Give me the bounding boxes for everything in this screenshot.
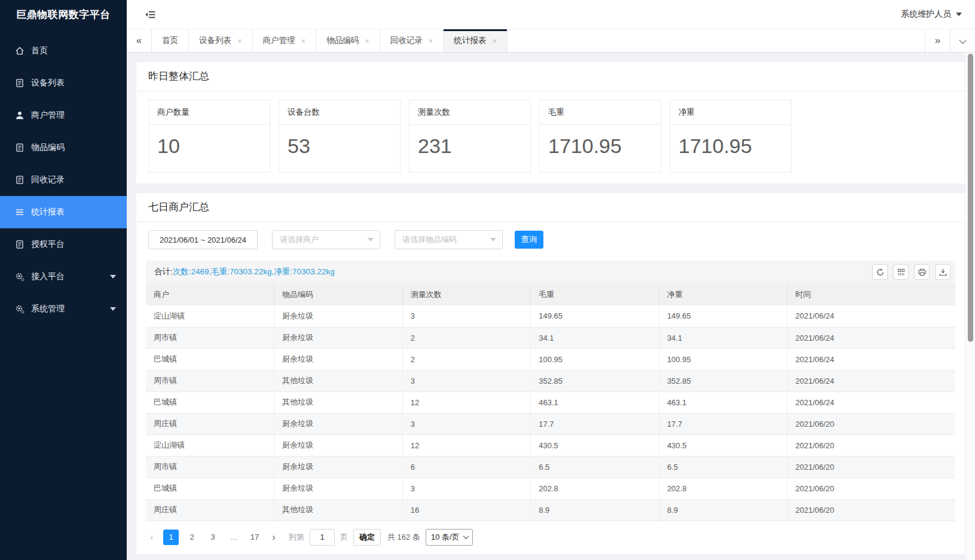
sidebar-item-access-platform[interactable]: 接入平台: [0, 261, 127, 293]
confirm-button[interactable]: 确定: [353, 529, 381, 546]
table-cell: 3: [402, 305, 531, 327]
date-range-value: 2021/06/01 ~ 2021/06/24: [160, 235, 246, 244]
table-cell: 34.1: [659, 327, 787, 348]
sidebar-collapse-button[interactable]: [143, 8, 157, 21]
sidebar-item-merchant-mgmt[interactable]: 商户管理: [0, 99, 127, 131]
vertical-scrollbar-thumb[interactable]: [968, 54, 973, 342]
table-cell: 100.95: [659, 348, 787, 370]
refresh-button[interactable]: [872, 264, 888, 280]
table-cell: 厨余垃圾: [274, 434, 403, 456]
document-icon: [14, 78, 25, 88]
table-cell: 淀山湖镇: [146, 305, 274, 327]
dropdown-arrow-icon: [490, 238, 496, 241]
tab-merchant-mgmt[interactable]: 商户管理×: [253, 29, 317, 52]
table-cell: 其他垃圾: [274, 370, 403, 391]
merchant-select[interactable]: 请选择商户: [272, 230, 380, 249]
page-numbers: 123...17: [163, 530, 262, 545]
table-row: 淀山湖镇厨余垃圾12430.5430.52021/06/20: [146, 434, 955, 456]
tab-recycle-records[interactable]: 回收记录×: [380, 29, 444, 52]
tabs-scroll-left-button[interactable]: «: [127, 29, 152, 52]
print-button[interactable]: [914, 264, 930, 280]
table-cell: 430.5: [659, 434, 787, 456]
tabs-menu-button[interactable]: [950, 29, 975, 52]
stat-value: 10: [149, 125, 270, 172]
table-cell: 6: [402, 456, 531, 478]
table-cell: 6.5: [659, 456, 787, 478]
table-cell: 12: [402, 434, 531, 456]
table-toolbar: [872, 264, 950, 280]
page-word: 页: [340, 532, 348, 543]
sidebar-item-device-list[interactable]: 设备列表: [0, 67, 127, 99]
export-button[interactable]: [935, 264, 950, 280]
chevron-down-icon: [463, 533, 469, 539]
sidebar-item-label: 接入平台: [31, 271, 65, 282]
main-area: 系统维护人员 « 首页设备列表×商户管理×物品编码×回收记录×统计报表× » 昨…: [127, 0, 975, 560]
close-icon[interactable]: ×: [429, 37, 433, 45]
table-cell: 352.85: [531, 370, 659, 391]
table-cell: 周庄镇: [146, 499, 274, 521]
tab-item-code[interactable]: 物品编码×: [316, 29, 380, 52]
page-size-select[interactable]: 10 条/页: [426, 529, 473, 546]
next-page-button[interactable]: ›: [268, 532, 280, 543]
table-cell: 3: [402, 413, 531, 434]
document-icon: [14, 240, 25, 250]
table-cell: 8.9: [531, 499, 659, 521]
user-dropdown[interactable]: 系统维护人员: [901, 9, 962, 20]
page-number-17[interactable]: 17: [247, 530, 262, 545]
table-cell: 2021/06/20: [787, 478, 955, 499]
goto-page-input[interactable]: [310, 529, 335, 546]
page-number-1[interactable]: 1: [163, 530, 179, 545]
close-icon[interactable]: ×: [492, 37, 497, 45]
sidebar-item-system-mgmt[interactable]: 系统管理: [0, 293, 127, 325]
table-cell: 厨余垃圾: [274, 327, 403, 348]
printer-icon: [918, 268, 927, 277]
chevron-down-icon: [956, 13, 962, 16]
tabs-container: 首页设备列表×商户管理×物品编码×回收记录×统计报表×: [152, 29, 925, 52]
table-cell: 周市镇: [146, 370, 274, 391]
column-header: 时间: [787, 283, 955, 305]
sidebar-item-home[interactable]: 首页: [0, 35, 127, 67]
tabs-scroll-right-button[interactable]: »: [925, 29, 950, 52]
table-cell: 149.65: [659, 305, 787, 327]
tab-report[interactable]: 统计报表×: [444, 29, 508, 52]
prev-page-button[interactable]: ‹: [146, 532, 158, 543]
sidebar-item-recycle-records[interactable]: 回收记录: [0, 164, 127, 196]
user-icon: [14, 111, 25, 121]
table-cell: 2: [402, 327, 531, 348]
top-header: 系统维护人员: [127, 0, 975, 29]
close-icon[interactable]: ×: [237, 37, 242, 45]
column-header: 毛重: [531, 283, 659, 305]
stat-value: 53: [279, 125, 400, 172]
search-button[interactable]: 查询: [515, 231, 543, 249]
tab-device-list[interactable]: 设备列表×: [189, 29, 253, 52]
column-header: 净重: [659, 283, 787, 305]
sidebar-item-report[interactable]: 统计报表: [0, 196, 127, 228]
close-icon[interactable]: ×: [365, 37, 369, 45]
table-cell: 厨余垃圾: [274, 305, 403, 327]
stat-label: 商户数量: [149, 100, 270, 125]
table-cell: 3: [402, 370, 531, 391]
table-row: 周市镇厨余垃圾66.56.52021/06/20: [146, 456, 955, 478]
user-name: 系统维护人员: [901, 9, 951, 20]
table-cell: 2021/06/24: [787, 391, 955, 413]
table-cell: 厨余垃圾: [274, 456, 403, 478]
sidebar-item-auth-platform[interactable]: 授权平台: [0, 228, 127, 261]
date-range-input[interactable]: 2021/06/01 ~ 2021/06/24: [148, 230, 258, 249]
totals-prefix: 合计:: [154, 267, 173, 276]
home-icon: [14, 46, 25, 56]
sidebar-item-label: 设备列表: [31, 78, 65, 88]
totals-values: 次数:2469,毛重:70303.22kg,净重:70303.22kg: [173, 267, 335, 276]
page-number-2[interactable]: 2: [184, 530, 200, 545]
tab-bar: « 首页设备列表×商户管理×物品编码×回收记录×统计报表× »: [127, 29, 975, 53]
table-row: 周市镇其他垃圾3352.85352.852021/06/24: [146, 370, 955, 391]
report-table: 商户物品编码测量次数毛重净重时间 淀山湖镇厨余垃圾3149.65149.6520…: [146, 283, 955, 521]
sidebar-item-item-code[interactable]: 物品编码: [0, 131, 127, 164]
columns-filter-button[interactable]: [893, 264, 909, 280]
close-icon[interactable]: ×: [301, 37, 306, 45]
sidebar-item-label: 物品编码: [31, 142, 65, 153]
page-number-3[interactable]: 3: [205, 530, 221, 545]
table-cell: 周市镇: [146, 456, 274, 478]
sidebar-item-label: 统计报表: [31, 207, 65, 218]
item-code-select[interactable]: 请选择物品编码: [395, 230, 503, 249]
tab-home[interactable]: 首页: [152, 29, 189, 52]
